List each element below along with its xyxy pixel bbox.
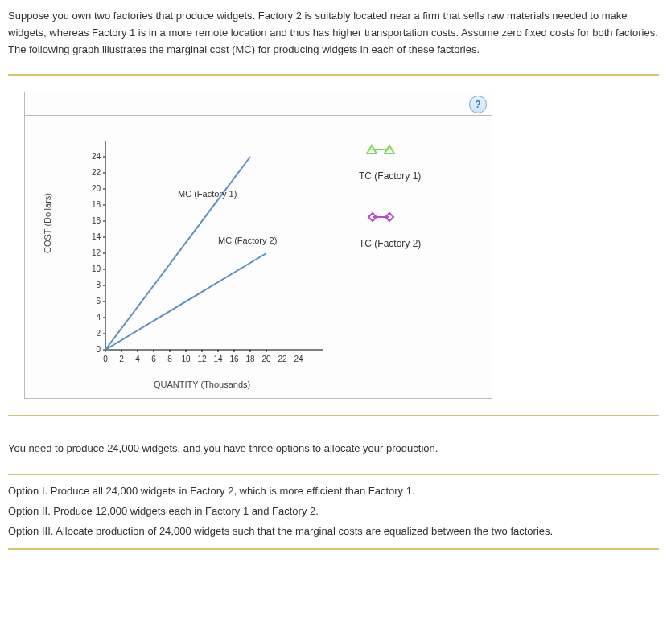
legend-tc1[interactable]: TC (Factory 1) xyxy=(359,141,480,184)
svg-text:20: 20 xyxy=(92,184,101,193)
svg-text:0: 0 xyxy=(96,345,101,354)
svg-text:24: 24 xyxy=(92,152,101,161)
y-axis-label: COST (Dollars) xyxy=(41,193,56,253)
legend-tc1-label: TC (Factory 1) xyxy=(359,169,480,184)
mc-factory-2-line xyxy=(105,253,266,350)
svg-text:16: 16 xyxy=(92,216,101,225)
option-3: Option III. Allocate production of 24,00… xyxy=(8,523,659,540)
mc1-annotation: MC (Factory 1) xyxy=(178,189,237,199)
legend-area: TC (Factory 1) TC (Factory 2) xyxy=(359,141,480,276)
svg-text:18: 18 xyxy=(92,200,101,209)
svg-text:10: 10 xyxy=(181,355,191,363)
svg-text:4: 4 xyxy=(135,355,140,363)
produce-text: You need to produce 24,000 widgets, and … xyxy=(8,441,659,457)
triangle-icon xyxy=(359,141,399,158)
svg-text:24: 24 xyxy=(294,355,303,363)
mc2-annotation: MC (Factory 2) xyxy=(218,236,277,245)
divider xyxy=(8,474,659,475)
svg-text:18: 18 xyxy=(245,355,255,363)
option-1: Option I. Produce all 24,000 widgets in … xyxy=(8,483,659,500)
svg-text:6: 6 xyxy=(96,297,101,306)
chart-widget: ? COST (Dollars) QUANTITY (Thousands) 0 … xyxy=(24,92,492,399)
svg-text:4: 4 xyxy=(96,313,101,322)
svg-text:8: 8 xyxy=(167,355,172,363)
plot-area[interactable]: 0 2 4 6 8 10 12 14 16 18 20 22 24 xyxy=(81,141,331,362)
x-axis-label: QUANTITY (Thousands) xyxy=(154,378,250,392)
svg-text:16: 16 xyxy=(229,355,239,363)
help-button[interactable]: ? xyxy=(469,96,487,113)
problem-intro: Suppose you own two factories that produ… xyxy=(8,8,659,58)
mc-factory-1-line xyxy=(105,157,250,350)
svg-text:14: 14 xyxy=(213,355,223,363)
svg-text:2: 2 xyxy=(119,355,124,363)
svg-text:14: 14 xyxy=(92,232,101,241)
options-list: Option I. Produce all 24,000 widgets in … xyxy=(8,483,659,539)
option-2: Option II. Produce 12,000 widgets each i… xyxy=(8,503,659,520)
legend-tc2-label: TC (Factory 2) xyxy=(359,236,480,252)
diamond-icon xyxy=(359,208,399,226)
chart-svg: 0 2 4 6 8 10 12 14 16 18 20 22 24 xyxy=(81,141,331,378)
svg-text:22: 22 xyxy=(92,168,101,177)
svg-text:10: 10 xyxy=(92,265,101,273)
divider xyxy=(8,548,659,550)
svg-text:22: 22 xyxy=(278,355,287,363)
svg-text:2: 2 xyxy=(96,329,101,338)
svg-text:12: 12 xyxy=(197,355,207,363)
svg-text:20: 20 xyxy=(261,355,271,363)
divider xyxy=(8,415,659,416)
divider xyxy=(8,74,659,76)
svg-text:0: 0 xyxy=(103,355,108,363)
svg-text:12: 12 xyxy=(92,248,101,257)
legend-tc2[interactable]: TC (Factory 2) xyxy=(359,208,480,252)
svg-text:8: 8 xyxy=(96,281,101,289)
chart-toolbar: ? xyxy=(25,92,492,116)
svg-text:6: 6 xyxy=(151,355,156,363)
